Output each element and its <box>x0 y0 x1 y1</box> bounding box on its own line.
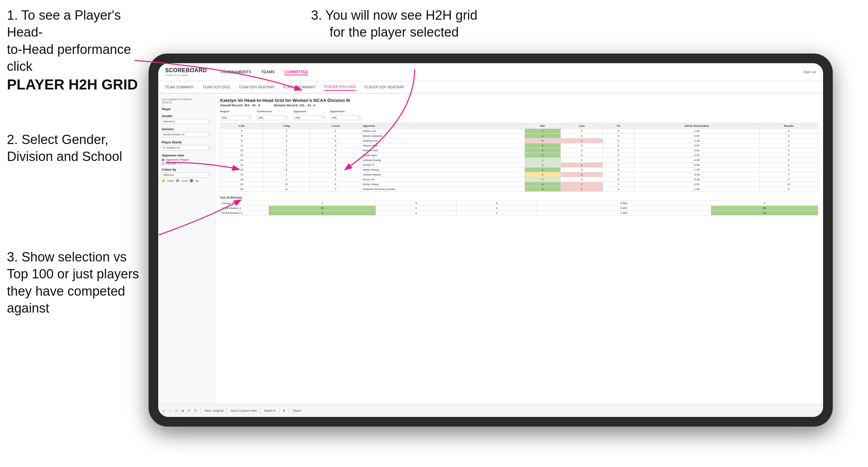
sidebar-timestamp: Last Updated: 27/03/2024 16:55:38 <box>162 98 211 104</box>
toolbar-view-original[interactable]: View: Original <box>215 409 223 412</box>
col-opponent: Opponent <box>361 123 525 129</box>
top-nav: SCOREBOARD Powered by clippd TOURNAMENTS… <box>158 63 823 81</box>
filter-opponent-label: Opponent <box>293 110 324 113</box>
col-tie: Tie <box>603 123 634 129</box>
sub-nav-team-h2h-heatmap[interactable]: TEAM H2H HEATMAP <box>239 84 275 90</box>
table-row: 9 1 4 Sharon Mun 1 0 0 3.67 3 <box>220 143 818 148</box>
sidebar-gender-select[interactable]: Women's Men's <box>162 119 211 124</box>
sub-nav-player-h2h-heatmap[interactable]: PLAYER H2H HEATMAP <box>365 84 404 90</box>
toolbar-divider-3 <box>260 408 261 413</box>
sidebar-player-rank-section: Player (Rank) 8. Katelyn Vo <box>162 141 211 150</box>
sidebar-colour-wrapper: Win/loss <box>162 172 211 178</box>
toolbar-watch[interactable]: Watch ▾ <box>264 409 275 412</box>
sidebar-colour-select[interactable]: Win/loss <box>162 172 211 178</box>
tablet-screen: SCOREBOARD Powered by clippd TOURNAMENTS… <box>158 63 823 417</box>
table-row: 11 2 5 Heejo Hyun 1 0 0 3.33 3 <box>220 153 818 158</box>
sidebar-division-select[interactable]: NCAA Division III NCAA Division I NCAA D… <box>162 132 211 137</box>
instruction-1: 1. To see a Player's Head- to-Head perfo… <box>7 7 152 94</box>
table-row: 15 8 5 Stella Cheng 1 0 0 1.25 4 <box>220 168 818 172</box>
colour-dot-level <box>176 179 179 182</box>
col-diff: Diff Av Strokes/Rnd <box>634 123 760 129</box>
radio-opponents-played[interactable]: Opponents Played <box>162 158 211 161</box>
radio-top100[interactable]: Top 100 <box>162 162 211 165</box>
colour-legend: Down Level Up <box>162 179 211 182</box>
filter-region: Region (All) <box>220 110 251 120</box>
col-rounds: Rounds <box>760 123 818 129</box>
sign-out-link[interactable]: Sign out <box>803 70 816 74</box>
table-row: 13 1 1 Jessica Huang 1 0 0 -3.00 2 <box>220 158 818 163</box>
filter-opponent: Opponent (All) <box>293 110 324 120</box>
overall-record: Overall Record: 353 - 34 - 6 <box>220 104 260 107</box>
filter-opponents-wrapper: (All) <box>330 114 361 120</box>
data-area: Katelyn Vo Head-to-Head Grid for Women's… <box>215 94 823 417</box>
filter-region-wrapper: (All) <box>220 114 251 120</box>
filter-opponent-select[interactable]: (All) <box>293 115 324 120</box>
table-row: 19 10 6 Emily Chang 4 1 0 0.30 11 <box>220 182 818 187</box>
toolbar-share[interactable]: Share <box>293 409 301 412</box>
nav-teams[interactable]: TEAMS <box>261 69 275 75</box>
sidebar-gender-section: Gender Women's Men's <box>162 114 211 124</box>
ood-table-row: NCAA Division 2 5 0 0 7.400 10 <box>220 211 818 216</box>
out-of-division-table: Foreign Team 1 0 0 4.500 2 NAIA Division… <box>220 201 818 216</box>
filter-conference-wrapper: (All) <box>257 114 288 120</box>
col-div: # Div <box>220 123 263 129</box>
sidebar-player-rank-wrapper: 8. Katelyn Vo <box>162 145 211 150</box>
division-record: Division Record: 331 - 34 - 6 <box>274 104 315 107</box>
sidebar-player-rank-select[interactable]: 8. Katelyn Vo <box>162 145 211 150</box>
nav-tournaments[interactable]: TOURNAMENTS <box>221 69 252 75</box>
nav-items: TOURNAMENTS TEAMS COMMITTEE <box>221 69 793 75</box>
ood-table-row: Foreign Team 1 0 0 4.500 2 <box>220 201 818 206</box>
toolbar-save-custom[interactable]: Save Custom View <box>230 409 257 412</box>
instruction-3-bottom: 3. Show selection vs Top 100 or just pla… <box>7 249 145 317</box>
h2h-table: # Div # Reg # Conf Opponent Win Loss Tie… <box>220 123 818 192</box>
table-row: 5 2 2 Alexis Sudjianto 1 0 0 4.00 3 <box>220 134 818 139</box>
sidebar-division-label: Division <box>162 127 211 131</box>
filter-opponents-label: Opponents: <box>330 110 361 113</box>
filter-opponents-played: Opponents: (All) <box>330 110 361 120</box>
sidebar-player-label: Player <box>162 107 211 111</box>
sidebar-division-section: Division NCAA Division III NCAA Division… <box>162 127 211 137</box>
filter-opponent-wrapper: (All) <box>293 114 324 120</box>
toolbar-divider-2 <box>227 408 227 413</box>
table-row: 6 3 3 Sydney Kuo 0 1 0 -1.00 3 <box>220 139 818 143</box>
table-row: 3 1 1 Esther Lee 1 0 0 1.50 4 <box>220 129 818 134</box>
toolbar-divider-5 <box>289 408 289 413</box>
bottom-toolbar: ↩ ← ↪ ⊞ ↺ ⏱ View: Original Save Custom V… <box>215 404 823 417</box>
colour-dot-up <box>190 179 193 182</box>
sidebar-opponent-view-label: Opponent view <box>162 154 211 157</box>
radio-dot-opponents <box>162 159 164 161</box>
sidebar-player-rank-label: Player (Rank) <box>162 141 211 144</box>
table-row: 14 7 4 Eunice Yi 2 2 0 0.38 9 <box>220 163 818 168</box>
filter-conference-select[interactable]: (All) <box>257 115 288 120</box>
colour-label-down: Down <box>167 179 174 182</box>
sidebar-gender-label: Gender <box>162 114 211 118</box>
logo-text: SCOREBOARD <box>165 67 207 74</box>
table-row: 20 11 7 Federica Domecq Lacroze 2 1 0 1.… <box>220 187 818 192</box>
sub-nav-player-h2h-grid[interactable]: PLAYER H2H GRID <box>324 84 356 91</box>
sub-nav: TEAM SUMMARY TEAM H2H GRID TEAM H2H HEAT… <box>158 81 823 94</box>
sub-nav-player-summary[interactable]: PLAYER SUMMARY <box>283 84 316 90</box>
out-of-division-header: Out of division <box>220 196 818 199</box>
nav-committee[interactable]: COMMITTEE <box>284 69 308 75</box>
col-win: Win <box>525 123 560 129</box>
table-row: 10 6 3 Andrea York 2 0 0 4.00 4 <box>220 148 818 153</box>
col-reg: # Reg <box>263 123 310 129</box>
sidebar-colour-label: Colour by <box>162 168 211 171</box>
colour-label-level: Level <box>181 179 188 182</box>
filter-conference-label: Conference <box>257 110 288 113</box>
sidebar-division-wrapper: NCAA Division III NCAA Division I NCAA D… <box>162 132 211 137</box>
colour-dot-down <box>162 179 165 182</box>
toolbar-divider-4 <box>279 408 279 413</box>
toolbar-upload[interactable]: ⬆ <box>283 409 285 412</box>
sidebar-player-section: Player <box>162 107 211 111</box>
filter-opponents-select[interactable]: (All) <box>330 115 361 120</box>
sidebar: Last Updated: 27/03/2024 16:55:38 Player… <box>158 94 215 417</box>
sub-nav-team-h2h-grid[interactable]: TEAM H2H GRID <box>202 84 230 90</box>
sub-nav-team-summary[interactable]: TEAM SUMMARY <box>165 84 194 90</box>
radio-group: Opponents Played Top 100 <box>162 158 211 165</box>
radio-dot-top100 <box>162 162 164 165</box>
col-loss: Loss <box>561 123 603 129</box>
instruction-2: 2. Select Gender, Division and School <box>7 131 138 165</box>
filter-region-select[interactable]: (All) <box>220 115 251 120</box>
table-row: 16 1 3 Jessica Mason 1 2 0 -0.94 7 <box>220 172 818 177</box>
